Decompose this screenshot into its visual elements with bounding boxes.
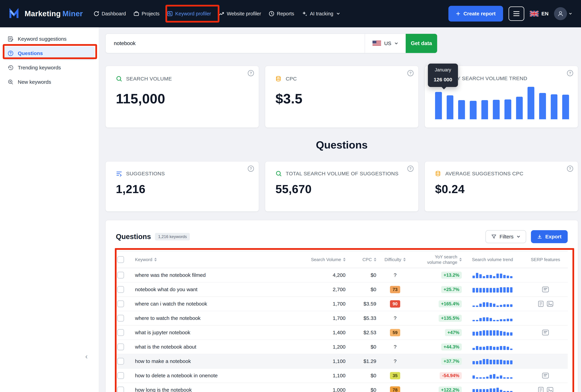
mini-trend-bar [496,288,499,292]
keyword-search-bar: US Get data [105,34,438,53]
mini-trend-bar [503,287,506,292]
trend-bar[interactable] [470,101,476,119]
create-report-button[interactable]: Create report [448,6,503,22]
nav-item-ai-tracking[interactable]: AI tracking [298,0,344,27]
nav-item-projects[interactable]: Projects [130,0,163,27]
row-checkbox[interactable] [117,286,124,293]
mini-trend-bar [472,389,475,392]
filters-button[interactable]: Filters [486,230,526,243]
help-icon[interactable]: ? [408,166,414,172]
yoy-chip: +165.4% [439,300,462,308]
row-checkbox[interactable] [117,386,124,392]
table-title: Questions [116,232,151,241]
brand-logo[interactable]: MarketingMiner [9,8,83,19]
page-icon [538,301,544,307]
table-row[interactable]: where was the notebook filmed4,200$0?+13… [116,268,568,282]
sidebar-item-trending-keywords[interactable]: Trending keywords [4,61,95,74]
language-label: EN [541,11,548,16]
nav-item-dashboard[interactable]: Dashboard [90,0,130,27]
nav-item-label: Website profiler [227,11,261,16]
yoy-chip: -54.94% [440,372,462,379]
trend-bar[interactable] [528,87,534,119]
get-data-button[interactable]: Get data [406,34,437,53]
mini-trend-chart [472,301,512,307]
mini-trend-bar [496,360,499,364]
table-row[interactable]: notebook what do you want2,700$073+25.7% [116,282,568,297]
row-checkbox[interactable] [117,272,124,278]
trend-bar[interactable] [447,95,454,119]
trend-bar[interactable] [551,94,558,119]
mini-trend-bar [476,361,478,364]
suggestions-card: ? SUGGESTIONS 1,216 [105,161,259,212]
select-all-checkbox[interactable] [117,256,124,263]
column-header-cpc[interactable]: CPC [346,257,376,262]
sidebar-collapse-button[interactable]: ‹ [82,351,91,362]
mini-trend-bar [486,302,488,307]
brand-name-secondary: Miner [62,10,83,18]
projects-icon [134,11,139,16]
trend-bar[interactable] [504,100,511,119]
table-row[interactable]: how to delete a notebook in onenote1,100… [116,368,568,383]
column-header-difficulty[interactable]: Difficulty [376,257,414,262]
row-checkbox[interactable] [117,372,124,379]
help-icon[interactable]: ? [408,70,414,76]
difficulty-unknown: ? [394,358,396,364]
trend-bar[interactable] [458,100,465,119]
chevron-down-icon [516,234,520,239]
mini-trend-bar [472,320,475,321]
export-button[interactable]: Export [531,230,568,243]
mini-trend-bar [486,359,488,364]
keyword-input[interactable] [106,34,365,53]
row-checkbox[interactable] [117,358,124,365]
new-keywords-icon [8,79,14,85]
mini-trend-bar [510,360,512,364]
column-header-keyword[interactable]: Keyword [132,257,304,262]
row-checkbox[interactable] [117,315,124,322]
coins-icon [276,76,282,82]
row-checkbox[interactable] [117,300,124,307]
column-header-search-volume[interactable]: Search Volume [304,257,346,262]
language-selector[interactable]: EN [530,11,548,16]
trend-bar[interactable] [493,100,500,119]
sidebar-item-label: New keywords [18,79,51,85]
sidebar-item-new-keywords[interactable]: New keywords [4,75,95,89]
row-checkbox[interactable] [117,344,124,350]
sidebar-item-keyword-suggestions[interactable]: Keyword suggestions [4,32,95,46]
table-row[interactable]: what is jupyter notebook1,400$2.5359+47% [116,326,568,340]
row-checkbox[interactable] [117,329,124,336]
country-selector[interactable]: US [365,34,406,53]
nav-item-keyword-profiler[interactable]: Keyword profiler [163,0,215,27]
column-header-search-volume-trend: Search volume trend [462,257,523,262]
table-row[interactable]: how to make a notebook1,100$1.29?+37.7% [116,354,568,368]
questions-table-card: Questions 1,216 keywords Filters [105,220,578,392]
table-row[interactable]: where can i watch the notebook1,700$3.59… [116,297,568,311]
help-icon[interactable]: ? [567,166,573,172]
sidebar-item-questions[interactable]: Questions [4,46,95,60]
nav-item-reports[interactable]: Reports [265,0,298,27]
serp-cell [523,372,568,379]
trend-bar[interactable] [562,95,569,119]
mini-trend-bar [490,330,492,336]
search-volume-cell: 1,700 [304,301,346,307]
menu-button[interactable] [508,6,524,21]
mini-trend-bar [490,388,492,392]
column-header-yoy-change[interactable]: YoY search volume change [414,254,462,265]
website-profiler-icon [218,11,224,16]
trend-bar[interactable] [516,97,523,119]
trend-bar[interactable] [435,92,442,119]
mini-trend-bar [510,377,512,379]
help-icon[interactable]: ? [248,70,254,76]
mini-trend-bar [507,347,509,350]
account-menu[interactable] [554,7,572,20]
table-row[interactable]: what is the notebook about1,200$0?+44.3% [116,340,568,354]
mini-trend-bar [507,391,509,392]
table-row[interactable]: where to watch the notebook1,700$5.33?+1… [116,311,568,326]
checkbox-cell [116,329,132,336]
nav-item-website-profiler[interactable]: Website profiler [215,0,265,27]
trend-bar[interactable] [482,100,488,119]
help-icon[interactable]: ? [567,70,573,76]
table-row[interactable]: how long is the notebook1,000$078+122.2% [116,383,568,392]
help-icon[interactable]: ? [248,166,254,172]
trend-bar[interactable] [539,93,546,119]
mini-trend-bar [510,348,512,350]
